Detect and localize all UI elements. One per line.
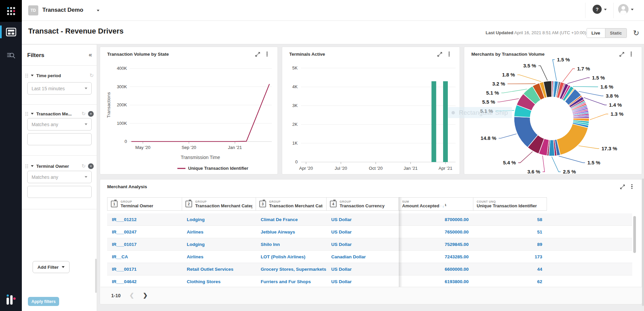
column-header-transaction-currency[interactable]: 4GROUPTransaction Currency xyxy=(327,197,399,211)
tenant-chevron-down-icon[interactable] xyxy=(97,10,99,11)
table-cell-link[interactable]: 58 xyxy=(473,213,547,226)
column-header-terminal-owner[interactable]: 1GROUPTerminal Owner xyxy=(107,197,182,211)
table-footer: 1-10 ❮ ❯ xyxy=(100,287,642,304)
incorta-logo[interactable] xyxy=(0,0,22,22)
expand-icon[interactable] xyxy=(619,184,626,190)
terminal-owner-operator-select[interactable]: Matches any xyxy=(27,171,92,183)
page-title: Transact - Revenue Drivers xyxy=(28,27,124,36)
sort-asc-icon[interactable]: ↑ xyxy=(440,204,442,208)
column-name: Transaction Merchant Categ... xyxy=(269,203,323,208)
pagination-prev-icon[interactable]: ❮ xyxy=(129,292,134,299)
table-cell-link[interactable]: 8700000.00 xyxy=(399,213,473,226)
table-cell-link[interactable]: 7243285.00 xyxy=(399,251,473,263)
table-cell-link[interactable]: 173 xyxy=(473,251,547,263)
collapse-group-icon[interactable] xyxy=(31,165,34,167)
drag-handle-icon[interactable] xyxy=(25,73,28,78)
column-header-transaction-merchant-categ-[interactable]: 2GROUPTransaction Merchant Categ... xyxy=(182,197,256,211)
live-toggle-option[interactable]: Live xyxy=(587,29,605,38)
sort-desc-icon[interactable]: ↓ xyxy=(442,204,444,208)
table-cell-link[interactable]: 62 xyxy=(473,275,547,288)
collapse-group-icon[interactable] xyxy=(31,75,34,76)
table-cell-link[interactable]: Jetblue Airways xyxy=(256,226,327,238)
table-cell-link[interactable]: IR__CA xyxy=(107,251,182,263)
reset-filter-icon[interactable]: ↻ xyxy=(81,111,86,117)
column-header-transaction-merchant-categ-[interactable]: 3GROUPTransaction Merchant Categ... xyxy=(256,197,327,211)
table-row: IR___01212LodgingClimat De FranceUS Doll… xyxy=(107,213,632,226)
time-period-select[interactable]: Last 15 minutes xyxy=(27,82,92,95)
drag-handle-icon[interactable] xyxy=(25,112,28,116)
pagination-next-icon[interactable]: ❯ xyxy=(143,292,147,299)
table-cell-link[interactable]: 44 xyxy=(473,263,547,275)
bar-chart[interactable]: 01K2K3K4K5KApr '20Jul '20Oct '20Jan '21A… xyxy=(282,47,460,175)
table-cell-link[interactable]: Grocery Stores, Supermarkets xyxy=(256,263,327,275)
svg-text:5.4 %: 5.4 % xyxy=(503,160,516,165)
table-cell-link[interactable]: US Dollar xyxy=(327,263,399,275)
transaction-merchant-operator-select[interactable]: Matches any xyxy=(27,118,92,131)
table-cell-link[interactable]: Canadian Dollar xyxy=(327,251,399,263)
aggregation-label: COUNT UNQ xyxy=(477,200,537,203)
line-chart[interactable]: 0100K200K300K400KMay '20Sep '20Jan '21Tr… xyxy=(100,47,278,175)
remove-filter-icon[interactable]: × xyxy=(88,111,94,117)
table-cell-link[interactable]: IR___04642 xyxy=(107,275,182,288)
reset-filter-icon[interactable]: ↻ xyxy=(81,163,86,169)
table-cell-link[interactable]: 7529845.00 xyxy=(399,238,473,251)
table-cell-link[interactable]: US Dollar xyxy=(327,238,399,251)
apply-filters-button[interactable]: Apply filters xyxy=(28,297,59,306)
table-cell-link[interactable]: 89 xyxy=(473,238,547,251)
svg-text:May '20: May '20 xyxy=(135,145,151,150)
table-cell-link[interactable]: 6193800.00 xyxy=(399,275,473,288)
add-filter-button[interactable]: Add Filter xyxy=(33,261,70,273)
tenant-name[interactable]: Transact Demo xyxy=(42,7,83,13)
sidebar-item-dashboards[interactable] xyxy=(0,24,22,39)
kebab-menu-icon[interactable] xyxy=(631,184,633,190)
table-cell-link[interactable]: 51 xyxy=(473,226,547,238)
group-folder-icon: 4 xyxy=(330,201,337,207)
page-scrollbar[interactable] xyxy=(642,44,644,311)
table-cell-link[interactable]: LOT (Polish Airlines) xyxy=(256,251,327,263)
table-cell-link[interactable]: US Dollar xyxy=(327,213,399,226)
last-updated-label: Last Updated xyxy=(485,30,513,35)
table-cell-link[interactable]: Furriers and Fur Shops xyxy=(256,275,327,288)
table-cell-link[interactable]: 6600000.00 xyxy=(399,263,473,275)
remove-filter-icon[interactable]: × xyxy=(88,163,94,169)
collapse-group-icon[interactable] xyxy=(31,113,34,115)
drag-handle-icon[interactable] xyxy=(25,164,28,168)
svg-text:200K: 200K xyxy=(117,102,127,107)
transaction-merchant-value-input[interactable] xyxy=(27,133,92,145)
table-cell-link[interactable]: US Dollar xyxy=(327,226,399,238)
help-chevron-down-icon[interactable] xyxy=(604,9,607,10)
table-cell-link[interactable]: 7650000.00 xyxy=(399,226,473,238)
sidebar-item-explore[interactable] xyxy=(0,48,22,63)
column-header-unique-transaction-identifier[interactable]: COUNT UNQUnique Transaction Identifier xyxy=(473,197,547,211)
table-cell-link[interactable]: IR___01212 xyxy=(107,213,182,226)
refresh-dashboard-button[interactable]: ↻ xyxy=(633,29,639,38)
svg-text:1.5 %: 1.5 % xyxy=(587,160,600,165)
table-cell-link[interactable]: IR___01017 xyxy=(107,238,182,251)
table-cell-link[interactable]: Clothing Stores xyxy=(182,275,256,288)
chevron-down-icon xyxy=(85,176,87,178)
table-row: IR___00171Retail Outlet ServicesGrocery … xyxy=(107,263,632,275)
table-cell-link[interactable]: IR___00171 xyxy=(107,263,182,275)
table-cell-link[interactable]: Lodging xyxy=(182,213,256,226)
static-toggle-option[interactable]: Static xyxy=(605,29,627,38)
table-cell-link[interactable]: Shilo Inn xyxy=(256,238,327,251)
user-avatar[interactable] xyxy=(618,4,629,14)
collapse-filters-icon[interactable]: « xyxy=(89,51,92,58)
table-cell-link[interactable]: Airlines xyxy=(182,226,256,238)
svg-text:5.5 %: 5.5 % xyxy=(482,99,495,105)
column-header-amount-accepted[interactable]: SUMAmount Accepted↑↓1 xyxy=(399,197,473,211)
table-cell-link[interactable]: IR___00247 xyxy=(107,226,182,238)
table-cell-link[interactable]: Lodging xyxy=(182,238,256,251)
terminal-owner-value-input[interactable] xyxy=(27,186,92,198)
table-row: IR___04642Clothing StoresFurriers and Fu… xyxy=(107,275,632,288)
table-cell-link[interactable]: Retail Outlet Services xyxy=(182,263,256,275)
table-cell-link[interactable]: US Dollar xyxy=(327,275,399,288)
reset-filter-icon[interactable]: ↻ xyxy=(89,72,94,79)
table-cell-link[interactable]: Airlines xyxy=(182,251,256,263)
group-folder-icon: 1 xyxy=(111,201,118,207)
table-cell-link[interactable]: Climat De France xyxy=(256,213,327,226)
table-scrollbar[interactable] xyxy=(633,216,636,253)
user-chevron-down-icon[interactable] xyxy=(631,9,634,10)
filters-scrollbar[interactable] xyxy=(95,259,97,293)
help-button[interactable]: ? xyxy=(593,5,602,14)
